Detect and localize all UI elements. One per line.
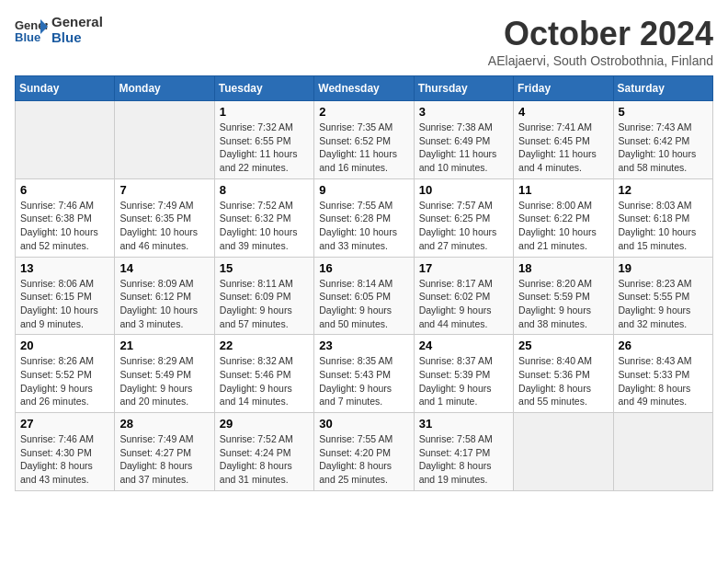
cell-content: Sunrise: 7:49 AM [119, 199, 209, 213]
cell-content: Sunset: 4:24 PM [220, 446, 309, 460]
day-number: 10 [419, 183, 508, 197]
calendar-cell: 8Sunrise: 7:52 AMSunset: 6:32 PMDaylight… [214, 178, 313, 257]
cell-content: Sunset: 6:55 PM [220, 134, 309, 148]
day-number: 16 [319, 261, 408, 275]
cell-content: Sunset: 6:28 PM [319, 212, 408, 225]
day-number: 11 [518, 183, 608, 197]
calendar-cell: 27Sunrise: 7:46 AMSunset: 4:30 PMDayligh… [16, 413, 115, 491]
cell-content: Sunrise: 8:43 AM [619, 354, 708, 368]
calendar-cell: 5Sunrise: 7:43 AMSunset: 6:42 PMDaylight… [613, 101, 712, 179]
cell-content: Daylight: 10 hours and 33 minutes. [319, 225, 408, 252]
month-title: October 2024 [488, 15, 713, 53]
cell-content: Sunset: 6:05 PM [319, 290, 408, 304]
cell-content: Daylight: 11 hours and 16 minutes. [319, 147, 408, 174]
cell-content: Daylight: 9 hours and 44 minutes. [419, 304, 508, 330]
cell-content: Daylight: 9 hours and 14 minutes. [220, 382, 309, 408]
cell-content: Sunset: 5:43 PM [319, 368, 408, 382]
cell-content: Sunrise: 8:32 AM [220, 354, 309, 368]
calendar-cell [613, 413, 712, 491]
cell-content: Sunset: 5:33 PM [619, 368, 708, 382]
calendar-cell: 12Sunrise: 8:03 AMSunset: 6:18 PMDayligh… [613, 178, 712, 257]
cell-content: Daylight: 8 hours and 19 minutes. [419, 459, 508, 486]
calendar-cell: 28Sunrise: 7:49 AMSunset: 4:27 PMDayligh… [115, 413, 214, 491]
cell-content: Sunrise: 7:32 AM [220, 121, 309, 134]
cell-content: Daylight: 8 hours and 25 minutes. [319, 459, 408, 486]
cell-content: Daylight: 9 hours and 26 minutes. [20, 382, 109, 408]
cell-content: Daylight: 9 hours and 7 minutes. [319, 382, 408, 408]
cell-content: Sunset: 6:42 PM [619, 134, 708, 148]
day-number: 26 [619, 339, 708, 352]
calendar-week-row: 6Sunrise: 7:46 AMSunset: 6:38 PMDaylight… [16, 178, 713, 257]
calendar-cell: 23Sunrise: 8:35 AMSunset: 5:43 PMDayligh… [314, 335, 414, 413]
day-number: 25 [518, 339, 608, 352]
day-number: 6 [20, 183, 109, 197]
calendar-cell: 29Sunrise: 7:52 AMSunset: 4:24 PMDayligh… [214, 413, 313, 491]
calendar-cell [115, 101, 214, 179]
cell-content: Sunset: 6:12 PM [119, 290, 209, 304]
cell-content: Sunrise: 7:35 AM [319, 121, 408, 134]
cell-content: Sunrise: 8:09 AM [119, 277, 209, 291]
day-number: 9 [319, 183, 408, 197]
calendar-cell: 25Sunrise: 8:40 AMSunset: 5:36 PMDayligh… [514, 335, 613, 413]
day-number: 15 [220, 261, 309, 275]
day-number: 3 [419, 105, 508, 119]
cell-content: Daylight: 8 hours and 55 minutes. [518, 382, 608, 408]
cell-content: Sunset: 6:38 PM [20, 212, 109, 225]
day-number: 29 [220, 417, 309, 431]
calendar-week-row: 1Sunrise: 7:32 AMSunset: 6:55 PMDaylight… [16, 101, 713, 179]
cell-content: Sunset: 6:18 PM [619, 212, 708, 225]
col-header-monday: Monday [115, 76, 214, 101]
col-header-wednesday: Wednesday [314, 76, 414, 101]
cell-content: Sunrise: 8:03 AM [619, 199, 708, 213]
cell-content: Sunset: 4:30 PM [20, 446, 109, 460]
cell-content: Sunset: 6:09 PM [220, 290, 309, 304]
cell-content: Sunrise: 7:58 AM [419, 432, 508, 446]
calendar-cell: 19Sunrise: 8:23 AMSunset: 5:55 PMDayligh… [613, 257, 712, 335]
cell-content: Daylight: 10 hours and 15 minutes. [619, 225, 708, 252]
cell-content: Daylight: 10 hours and 39 minutes. [220, 225, 309, 252]
cell-content: Daylight: 11 hours and 4 minutes. [518, 147, 608, 174]
calendar-cell: 20Sunrise: 8:26 AMSunset: 5:52 PMDayligh… [16, 335, 115, 413]
calendar-week-row: 27Sunrise: 7:46 AMSunset: 4:30 PMDayligh… [16, 413, 713, 491]
cell-content: Daylight: 10 hours and 3 minutes. [119, 304, 209, 330]
col-header-friday: Friday [514, 76, 613, 101]
logo: General Blue General Blue [15, 15, 103, 45]
cell-content: Daylight: 9 hours and 50 minutes. [319, 304, 408, 330]
cell-content: Sunset: 6:52 PM [319, 134, 408, 148]
cell-content: Sunrise: 7:41 AM [518, 121, 608, 134]
cell-content: Sunset: 6:15 PM [20, 290, 109, 304]
calendar-cell: 15Sunrise: 8:11 AMSunset: 6:09 PMDayligh… [214, 257, 313, 335]
cell-content: Sunrise: 8:40 AM [518, 354, 608, 368]
cell-content: Sunrise: 8:26 AM [20, 354, 109, 368]
calendar-cell: 13Sunrise: 8:06 AMSunset: 6:15 PMDayligh… [16, 257, 115, 335]
calendar-header-row: SundayMondayTuesdayWednesdayThursdayFrid… [16, 76, 713, 101]
cell-content: Sunrise: 7:57 AM [419, 199, 508, 213]
calendar-cell: 16Sunrise: 8:14 AMSunset: 6:05 PMDayligh… [314, 257, 414, 335]
day-number: 22 [220, 339, 309, 352]
col-header-saturday: Saturday [613, 76, 712, 101]
day-number: 21 [119, 339, 209, 352]
cell-content: Daylight: 8 hours and 37 minutes. [119, 459, 209, 486]
cell-content: Daylight: 9 hours and 1 minute. [419, 382, 508, 408]
calendar-cell: 4Sunrise: 7:41 AMSunset: 6:45 PMDaylight… [514, 101, 613, 179]
cell-content: Sunset: 6:25 PM [419, 212, 508, 225]
cell-content: Sunset: 6:35 PM [119, 212, 209, 225]
cell-content: Sunset: 5:52 PM [20, 368, 109, 382]
calendar-cell: 1Sunrise: 7:32 AMSunset: 6:55 PMDaylight… [214, 101, 313, 179]
cell-content: Sunset: 6:22 PM [518, 212, 608, 225]
cell-content: Sunrise: 8:17 AM [419, 277, 508, 291]
cell-content: Daylight: 9 hours and 38 minutes. [518, 304, 608, 330]
calendar-cell: 10Sunrise: 7:57 AMSunset: 6:25 PMDayligh… [414, 178, 513, 257]
cell-content: Sunrise: 7:52 AM [220, 199, 309, 213]
day-number: 7 [119, 183, 209, 197]
cell-content: Daylight: 10 hours and 46 minutes. [119, 225, 209, 252]
cell-content: Sunrise: 8:37 AM [419, 354, 508, 368]
calendar-cell: 21Sunrise: 8:29 AMSunset: 5:49 PMDayligh… [115, 335, 214, 413]
calendar-cell: 9Sunrise: 7:55 AMSunset: 6:28 PMDaylight… [314, 178, 414, 257]
calendar-cell: 6Sunrise: 7:46 AMSunset: 6:38 PMDaylight… [16, 178, 115, 257]
col-header-tuesday: Tuesday [214, 76, 313, 101]
calendar-cell: 31Sunrise: 7:58 AMSunset: 4:17 PMDayligh… [414, 413, 513, 491]
logo-general: General [51, 15, 103, 30]
cell-content: Daylight: 10 hours and 58 minutes. [619, 147, 708, 174]
cell-content: Daylight: 10 hours and 52 minutes. [20, 225, 109, 252]
